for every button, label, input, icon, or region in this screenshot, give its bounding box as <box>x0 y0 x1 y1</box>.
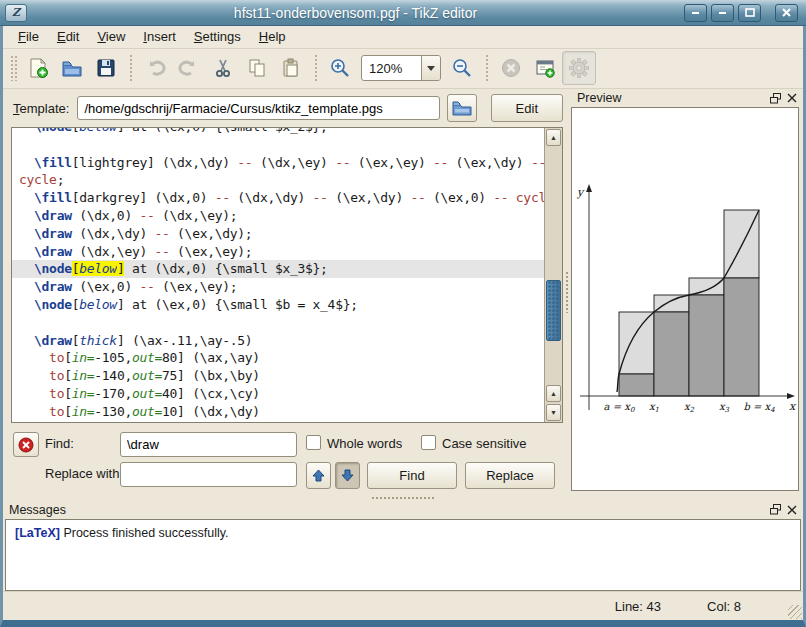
menu-insert[interactable]: Insert <box>134 27 185 46</box>
find-button[interactable]: Find <box>367 462 457 489</box>
configure-button[interactable] <box>562 51 596 85</box>
splitter-handle <box>565 271 569 313</box>
copy-button[interactable] <box>240 51 274 85</box>
message-text: Process finished successfully. <box>60 526 229 540</box>
replace-combo[interactable] <box>120 462 297 487</box>
float-panel-icon[interactable] <box>770 504 781 515</box>
code-line[interactable]: \node[below] at (\cx,0) {\small $x_2$}; <box>19 128 544 136</box>
preview-canvas: a = x0x1x2x3b = x4yx <box>571 107 799 491</box>
code-area[interactable]: \node[below] at (\cx,0) {\small $x_2$}; … <box>12 128 544 422</box>
zoom-out-button[interactable] <box>445 51 479 85</box>
float-panel-icon[interactable] <box>770 93 781 104</box>
titlebar: Z hfst11-onderbovensom.pgf - TikZ editor <box>0 0 806 26</box>
code-line[interactable] <box>19 136 544 154</box>
minimize-button[interactable] <box>711 4 734 22</box>
cut-icon <box>212 57 234 79</box>
case-sensitive-checkbox[interactable] <box>421 435 436 450</box>
case-sensitive-option[interactable]: Case sensitive <box>421 435 527 451</box>
code-line[interactable]: \node[below] at (\ex,0) {\small $b = x_4… <box>19 296 544 314</box>
toolbar-drag-handle[interactable] <box>10 55 18 81</box>
zoom-in-button[interactable] <box>323 51 357 85</box>
svg-text:x2: x2 <box>684 401 695 414</box>
whole-words-option[interactable]: Whole words <box>306 435 402 451</box>
menu-settings[interactable]: Settings <box>185 27 250 46</box>
find-previous-button[interactable] <box>306 462 331 489</box>
close-panel-icon[interactable] <box>787 505 797 515</box>
code-line[interactable]: \fill[darkgrey] (\dx,0) -- (\dx,\dy) -- … <box>19 189 544 207</box>
svg-text:b = x4: b = x4 <box>743 401 775 414</box>
new-document-button[interactable] <box>21 51 55 85</box>
find-input[interactable] <box>121 433 297 456</box>
preview-title: Preview <box>577 91 770 105</box>
code-line[interactable]: \draw[thick] (\ax-.11,\ay-.5) <box>19 332 544 350</box>
code-line[interactable]: to[in=-170,out=40] (\cx,\cy) <box>19 385 544 403</box>
code-line[interactable]: \draw (\dx,0) -- (\dx,\ey); <box>19 207 544 225</box>
code-line[interactable]: to[in=-105,out=80] (\ax,\ay) <box>19 349 544 367</box>
find-label: Find: <box>45 436 74 451</box>
code-line[interactable]: to[in=-130,out=10] (\dx,\dy) <box>19 403 544 421</box>
toolbar: 120% <box>3 49 803 89</box>
messages-log[interactable]: [LaTeX] Process finished successfully. <box>5 519 801 592</box>
editor-vertical-scrollbar[interactable]: ▲ ▲ ▼ <box>544 128 562 422</box>
splitter-handle <box>371 496 435 500</box>
scrollbar-track[interactable] <box>545 147 562 384</box>
template-edit-button[interactable]: Edit <box>491 94 563 122</box>
replace-button[interactable]: Replace <box>465 462 555 489</box>
app-icon[interactable]: Z <box>5 4 27 22</box>
menu-file[interactable]: File <box>9 27 48 46</box>
editor-preview-splitter[interactable] <box>563 89 571 495</box>
code-line[interactable]: \draw (\dx,\dy) -- (\ex,\dy); <box>19 225 544 243</box>
message-source-tag: [LaTeX] <box>15 526 60 540</box>
code-line[interactable]: \fill[lightgrey] (\dx,\dy) -- (\dx,\ey) … <box>19 154 544 172</box>
build-preview-button[interactable] <box>528 51 562 85</box>
resize-grip[interactable] <box>788 605 802 619</box>
scrollbar-thumb[interactable] <box>546 280 561 341</box>
redo-button <box>172 51 206 85</box>
build-preview-icon <box>534 57 556 79</box>
paste-button[interactable] <box>274 51 308 85</box>
menu-edit[interactable]: Edit <box>48 27 88 46</box>
shade-button[interactable] <box>684 4 707 22</box>
code-line[interactable]: to[in=-140,out=75] (\bx,\by) <box>19 367 544 385</box>
toolbar-separator <box>483 55 490 81</box>
template-path-input[interactable] <box>77 96 440 120</box>
copy-icon <box>246 57 268 79</box>
find-next-button[interactable] <box>335 462 360 489</box>
scroll-up-button-bottom[interactable]: ▲ <box>546 385 561 402</box>
arrow-down-icon <box>341 469 354 482</box>
menubar: FileEditViewInsertSettingsHelp <box>3 26 803 49</box>
preview-panel: Preview a = x0x1x2x3b = x4yx <box>571 89 803 495</box>
svg-text:x3: x3 <box>719 401 730 414</box>
whole-words-checkbox[interactable] <box>306 435 321 450</box>
scroll-down-button[interactable]: ▼ <box>546 404 561 421</box>
open-folder-icon <box>452 100 472 116</box>
zoom-combo-dropdown[interactable] <box>421 56 440 80</box>
code-line[interactable]: \draw (\ex,0) -- (\ex,\ey); <box>19 278 544 296</box>
find-combo[interactable] <box>120 432 297 457</box>
code-line[interactable]: \draw (\dx,\ey) -- (\ex,\ey); <box>19 243 544 261</box>
menu-help[interactable]: Help <box>250 27 295 46</box>
status-col-indicator: Col: 8 <box>707 599 741 614</box>
replace-input[interactable] <box>121 463 297 486</box>
redo-icon <box>178 57 200 79</box>
messages-titlebar: Messages <box>3 501 803 519</box>
scroll-up-button[interactable]: ▲ <box>546 129 561 146</box>
close-find-bar-button[interactable] <box>13 432 39 457</box>
template-row: Template: Edit <box>3 89 563 127</box>
cut-button[interactable] <box>206 51 240 85</box>
save-icon <box>95 57 117 79</box>
maximize-button[interactable] <box>738 4 761 22</box>
open-folder-icon <box>61 57 83 79</box>
toolbar-separator <box>127 55 134 81</box>
close-panel-icon[interactable] <box>787 93 797 103</box>
zoom-level-combo[interactable]: 120% <box>361 55 441 81</box>
code-line-current[interactable]: \node[below] at (\dx,0) {\small $x_3$}; <box>12 260 544 278</box>
menu-view[interactable]: View <box>88 27 134 46</box>
code-line[interactable]: cycle; <box>19 171 544 189</box>
statusbar: Line: 43 Col: 8 <box>3 591 803 620</box>
code-line[interactable] <box>19 314 544 332</box>
close-button[interactable] <box>775 4 798 22</box>
save-button[interactable] <box>89 51 123 85</box>
open-button[interactable] <box>55 51 89 85</box>
template-browse-button[interactable] <box>447 94 477 122</box>
